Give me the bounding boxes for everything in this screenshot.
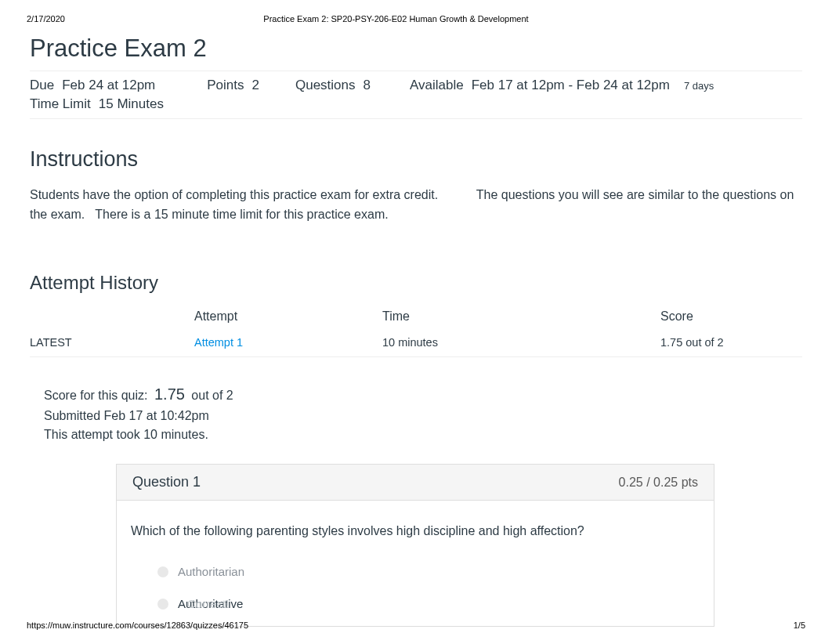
due-label: Due — [30, 78, 54, 93]
print-date: 2/17/2020 — [27, 14, 65, 24]
question-prompt: Which of the following parenting styles … — [131, 524, 700, 538]
due-value: Feb 24 at 12pm — [62, 78, 155, 93]
table-header-row: Attempt Time Score — [30, 305, 802, 328]
available-label: Available — [410, 78, 464, 93]
radio-icon — [157, 566, 168, 577]
answer-option: Correct! Authoritative — [131, 588, 700, 620]
attempt-tag: LATEST — [30, 328, 194, 357]
time-limit-value: 15 Minutes — [99, 96, 164, 112]
available-duration: 7 days — [684, 80, 714, 92]
attempt-score: 1.75 out of 2 — [660, 328, 802, 357]
col-time: Time — [382, 305, 660, 328]
time-limit-label: Time Limit — [30, 96, 91, 112]
submitted-line: Submitted Feb 17 at 10:42pm — [44, 407, 832, 426]
table-row: LATEST Attempt 1 10 minutes 1.75 out of … — [30, 328, 802, 357]
instructions-heading: Instructions — [30, 147, 832, 172]
col-score: Score — [660, 305, 802, 328]
score-prefix: Score for this quiz: — [44, 389, 148, 402]
score-summary: Score for this quiz: 1.75 out of 2 Submi… — [44, 382, 832, 446]
question-block: Question 1 0.25 / 0.25 pts Which of the … — [116, 464, 714, 627]
pdf-header: 2/17/2020 Practice Exam 2: SP20-PSY-206-… — [0, 0, 832, 24]
question-points: 0.25 / 0.25 pts — [619, 476, 698, 490]
attempt-history-table: Attempt Time Score LATEST Attempt 1 10 m… — [30, 305, 802, 357]
instructions-body: Students have the option of completing t… — [30, 186, 802, 225]
attempt-time: 10 minutes — [382, 328, 660, 357]
score-suffix: out of 2 — [191, 389, 233, 402]
question-header: Question 1 0.25 / 0.25 pts — [117, 465, 714, 501]
available-value: Feb 17 at 12pm - Feb 24 at 12pm — [472, 78, 670, 93]
radio-icon — [157, 599, 168, 610]
took-line: This attempt took 10 minutes. — [44, 425, 832, 445]
questions-value: 8 — [364, 78, 371, 93]
points-label: Points — [207, 78, 244, 93]
answer-option: Authoritarian — [131, 555, 700, 588]
page-number: 1/5 — [794, 620, 805, 630]
col-attempt: Attempt — [194, 305, 382, 328]
pdf-footer: https://muw.instructure.com/courses/1286… — [27, 620, 805, 630]
attempt-history-heading: Attempt History — [30, 272, 832, 294]
doc-title: Practice Exam 2: SP20-PSY-206-E02 Human … — [263, 14, 528, 24]
correct-indicator: Correct! — [187, 597, 229, 610]
quiz-details: Due Feb 24 at 12pm Points 2 Questions 8 … — [30, 71, 802, 119]
question-body: Which of the following parenting styles … — [117, 501, 714, 626]
points-value: 2 — [252, 78, 259, 93]
questions-label: Questions — [295, 78, 356, 93]
header-spacer — [727, 14, 805, 24]
answer-text: Authoritarian — [178, 565, 244, 578]
attempt-link[interactable]: Attempt 1 — [194, 336, 243, 349]
question-label: Question 1 — [132, 474, 201, 490]
footer-url: https://muw.instructure.com/courses/1286… — [27, 620, 248, 630]
score-value: 1.75 — [154, 385, 185, 403]
page-title: Practice Exam 2 — [30, 34, 832, 63]
